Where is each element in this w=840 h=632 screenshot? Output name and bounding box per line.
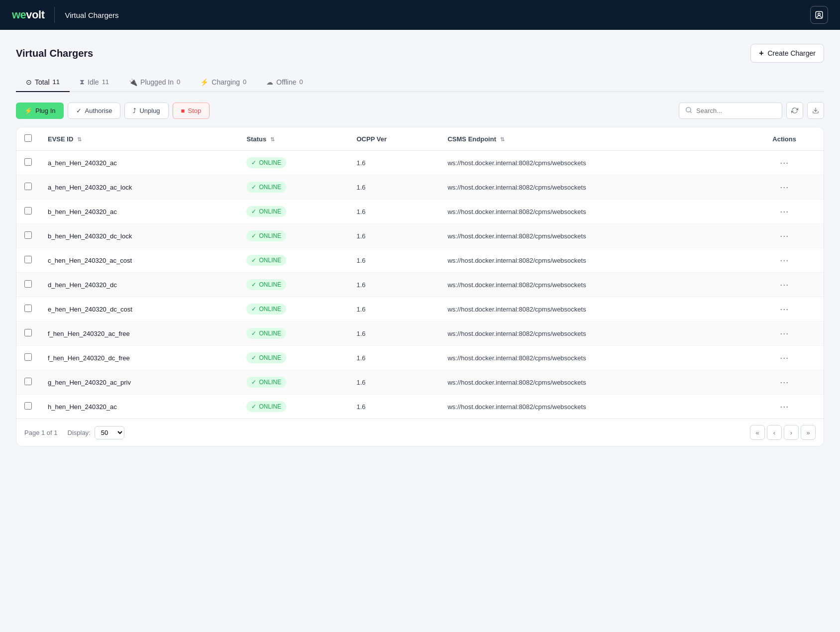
- row-checkbox-8[interactable]: [24, 353, 32, 361]
- status-cell: ✓ ONLINE: [238, 321, 348, 346]
- page-header: Virtual Chargers + Create Charger: [16, 44, 824, 63]
- status-check-icon: ✓: [251, 330, 256, 337]
- evse-id-cell: a_hen_Hen_240320_ac: [40, 151, 238, 175]
- user-avatar-button[interactable]: [810, 6, 828, 24]
- tab-plugged-in[interactable]: 🔌Plugged In0: [119, 73, 190, 92]
- table-row: g_hen_Hen_240320_ac_priv ✓ ONLINE 1.6 ws…: [16, 370, 824, 395]
- row-actions-button[interactable]: ···: [780, 402, 789, 412]
- stop-button[interactable]: ■ Stop: [173, 103, 210, 119]
- row-actions-button[interactable]: ···: [780, 182, 789, 193]
- row-checkbox-2[interactable]: [24, 207, 32, 214]
- tab-icon-charging: ⚡: [200, 78, 209, 86]
- status-cell: ✓ ONLINE: [238, 370, 348, 395]
- row-checkbox-4[interactable]: [24, 256, 32, 263]
- row-actions-button[interactable]: ···: [780, 328, 789, 339]
- display-select[interactable]: 102550100: [95, 426, 124, 439]
- status-badge: ✓ ONLINE: [246, 206, 286, 217]
- row-checkbox-3[interactable]: [24, 231, 32, 239]
- tab-offline[interactable]: ☁Offline0: [256, 73, 313, 92]
- status-check-icon: ✓: [251, 159, 256, 166]
- row-actions-button[interactable]: ···: [780, 231, 789, 241]
- evse-id-cell: b_hen_Hen_240320_dc_lock: [40, 224, 238, 248]
- row-checkbox-10[interactable]: [24, 402, 32, 410]
- actions-cell: ···: [745, 370, 824, 395]
- first-page-button[interactable]: «: [750, 425, 765, 440]
- row-checkbox-cell: [16, 175, 40, 200]
- table-body: a_hen_Hen_240320_ac ✓ ONLINE 1.6 ws://ho…: [16, 151, 824, 419]
- row-checkbox-cell: [16, 151, 40, 175]
- select-all-header: [16, 127, 40, 151]
- csms-endpoint-cell: ws://host.docker.internal:8082/cpms/webs…: [439, 200, 745, 224]
- main-content: Virtual Chargers + Create Charger ⊙Total…: [0, 30, 840, 460]
- select-all-checkbox[interactable]: [24, 134, 32, 142]
- table-row: h_hen_Hen_240320_ac ✓ ONLINE 1.6 ws://ho…: [16, 395, 824, 419]
- create-charger-label: Create Charger: [768, 49, 816, 57]
- row-actions-button[interactable]: ···: [780, 158, 789, 168]
- row-actions-button[interactable]: ···: [780, 304, 789, 315]
- search-input[interactable]: [696, 107, 776, 114]
- tab-idle[interactable]: ⧗Idle11: [70, 73, 119, 92]
- actions-cell: ···: [745, 321, 824, 346]
- actions-cell: ···: [745, 273, 824, 297]
- table-row: d_hen_Hen_240320_dc ✓ ONLINE 1.6 ws://ho…: [16, 273, 824, 297]
- status-badge: ✓ ONLINE: [246, 328, 286, 339]
- sort-icon-csms: ⇅: [500, 136, 505, 142]
- actions-cell: ···: [745, 151, 824, 175]
- prev-page-button[interactable]: ‹: [767, 425, 782, 440]
- table-row: b_hen_Hen_240320_dc_lock ✓ ONLINE 1.6 ws…: [16, 224, 824, 248]
- tab-count-offline: 0: [300, 78, 303, 86]
- tabs-bar: ⊙Total11⧗Idle11🔌Plugged In0⚡Charging0☁Of…: [16, 73, 824, 92]
- download-button[interactable]: [807, 102, 824, 119]
- row-checkbox-7[interactable]: [24, 329, 32, 336]
- row-checkbox-cell: [16, 297, 40, 321]
- refresh-button[interactable]: [786, 102, 803, 119]
- last-page-button[interactable]: »: [801, 425, 816, 440]
- ocpp-ver-cell: 1.6: [349, 151, 440, 175]
- chargers-table: EVSE ID ⇅ Status ⇅ OCPP Ver CSMS Endpoin…: [16, 127, 824, 419]
- table-row: a_hen_Hen_240320_ac ✓ ONLINE 1.6 ws://ho…: [16, 151, 824, 175]
- row-actions-button[interactable]: ···: [780, 353, 789, 363]
- csms-endpoint-cell: ws://host.docker.internal:8082/cpms/webs…: [439, 370, 745, 395]
- row-actions-button[interactable]: ···: [780, 207, 789, 217]
- check-icon: ✓: [76, 107, 82, 114]
- actions-cell: ···: [745, 346, 824, 370]
- table-row: e_hen_Hen_240320_dc_cost ✓ ONLINE 1.6 ws…: [16, 297, 824, 321]
- row-checkbox-5[interactable]: [24, 280, 32, 288]
- actions-cell: ···: [745, 395, 824, 419]
- stop-icon: ■: [181, 107, 185, 114]
- row-actions-button[interactable]: ···: [780, 377, 789, 388]
- create-charger-button[interactable]: + Create Charger: [750, 44, 824, 63]
- row-actions-button[interactable]: ···: [780, 280, 789, 290]
- tab-total[interactable]: ⊙Total11: [16, 73, 70, 92]
- evse-id-cell: c_hen_Hen_240320_ac_cost: [40, 248, 238, 273]
- row-checkbox-9[interactable]: [24, 378, 32, 385]
- tab-icon-offline: ☁: [266, 78, 273, 86]
- unplug-button[interactable]: ⤴ Unplug: [124, 103, 168, 119]
- ocpp-ver-cell: 1.6: [349, 395, 440, 419]
- row-checkbox-cell: [16, 200, 40, 224]
- tab-charging[interactable]: ⚡Charging0: [190, 73, 256, 92]
- next-page-button[interactable]: ›: [784, 425, 799, 440]
- ocpp-ver-cell: 1.6: [349, 224, 440, 248]
- row-checkbox-1[interactable]: [24, 183, 32, 190]
- plug-in-button[interactable]: ⚡ Plug In: [16, 103, 64, 119]
- status-check-icon: ✓: [251, 306, 256, 313]
- display-label: Display:: [68, 429, 91, 436]
- csms-endpoint-cell: ws://host.docker.internal:8082/cpms/webs…: [439, 224, 745, 248]
- ocpp-ver-cell: 1.6: [349, 370, 440, 395]
- status-cell: ✓ ONLINE: [238, 297, 348, 321]
- actions-cell: ···: [745, 224, 824, 248]
- tab-count-plugged-in: 0: [177, 78, 180, 86]
- row-checkbox-6[interactable]: [24, 305, 32, 312]
- tab-count-total: 11: [53, 78, 60, 86]
- csms-endpoint-cell: ws://host.docker.internal:8082/cpms/webs…: [439, 346, 745, 370]
- col-ocpp-ver: OCPP Ver: [349, 127, 440, 151]
- row-actions-button[interactable]: ···: [780, 255, 789, 266]
- status-cell: ✓ ONLINE: [238, 273, 348, 297]
- plug-in-label: Plug In: [35, 107, 55, 114]
- authorise-button[interactable]: ✓ Authorise: [68, 103, 120, 119]
- status-check-icon: ✓: [251, 403, 256, 410]
- row-checkbox-0[interactable]: [24, 158, 32, 166]
- evse-id-cell: g_hen_Hen_240320_ac_priv: [40, 370, 238, 395]
- actions-cell: ···: [745, 175, 824, 200]
